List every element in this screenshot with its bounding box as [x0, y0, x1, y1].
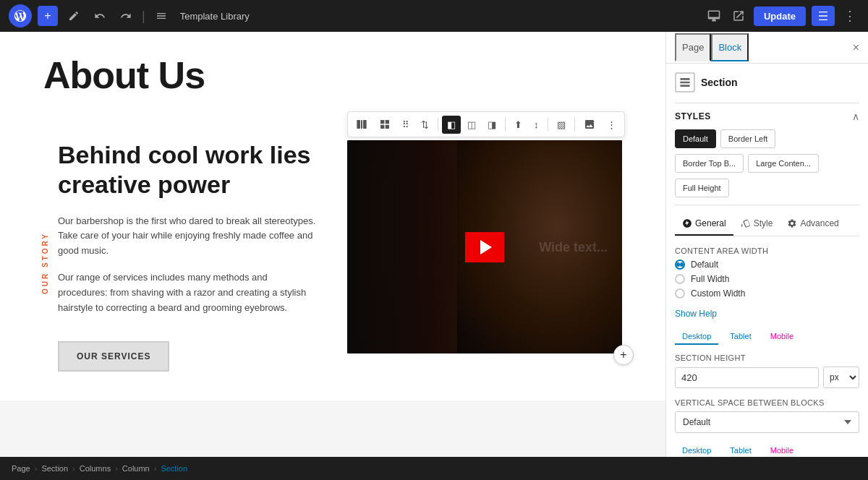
edit-button[interactable] [64, 6, 84, 26]
tab-advanced[interactable]: Advanced [780, 213, 846, 236]
bc-section-active[interactable]: Section [161, 464, 187, 473]
wordpress-icon [14, 9, 27, 22]
radio-custom-width-circle [675, 288, 685, 299]
radio-default-label: Default [691, 260, 718, 270]
style-default-button[interactable]: Default [675, 129, 716, 148]
section-height-unit-select[interactable]: px vh % [823, 367, 859, 388]
device-tab-mobile[interactable]: Mobile [763, 329, 801, 345]
bt-align-center[interactable]: ◫ [462, 116, 481, 134]
radio-default-circle [675, 260, 685, 270]
device-tabs-2: Desktop Tablet Mobile [675, 443, 859, 457]
block-toolbar-wrapper: ⠿ ⇅ ◧ ◫ ◨ ⬆ ↕ ▨ [347, 140, 622, 353]
main-toolbar: + | Template Library Update ⋮ [0, 0, 868, 32]
bc-column[interactable]: Column [122, 464, 150, 473]
add-block-button[interactable]: + [613, 345, 634, 365]
svg-rect-0 [357, 120, 360, 129]
right-panel: Page Block × Section Styles ∧ Default Bo… [665, 32, 868, 457]
right-content-column: ⠿ ⇅ ◧ ◫ ◨ ⬆ ↕ ▨ [347, 140, 622, 372]
bt-divider-4 [574, 117, 575, 132]
device-tab-tablet-2[interactable]: Tablet [723, 443, 758, 457]
bc-sep-4: › [154, 464, 157, 473]
styles-label: Styles [675, 111, 711, 121]
style-border-left-button[interactable]: Border Left [720, 129, 775, 148]
desktop-preview-button[interactable] [705, 7, 723, 25]
video-watermark: Wide text... [539, 239, 608, 254]
svg-rect-4 [680, 82, 689, 84]
radio-full-width[interactable]: Full Width [675, 274, 859, 284]
bt-grid-icon[interactable] [374, 115, 396, 134]
style-large-content-button[interactable]: Large Conten... [748, 154, 819, 173]
content-heading: Behind cool work lies creative power [58, 140, 318, 200]
radio-full-width-label: Full Width [691, 274, 729, 284]
left-content-column: Behind cool work lies creative power Our… [43, 140, 318, 372]
device-tab-desktop-2[interactable]: Desktop [675, 443, 718, 457]
bc-columns[interactable]: Columns [80, 464, 111, 473]
device-tabs: Desktop Tablet Mobile [675, 329, 859, 345]
block-toolbar: ⠿ ⇅ ◧ ◫ ◨ ⬆ ↕ ▨ [347, 111, 625, 137]
our-services-button[interactable]: OUR SERVICES [58, 341, 169, 372]
bc-section[interactable]: Section [41, 464, 68, 473]
section-height-input[interactable] [675, 367, 819, 388]
bt-arrows-updown[interactable]: ⇅ [416, 116, 434, 134]
external-link-button[interactable] [729, 7, 748, 25]
vertical-space-group: VERTICAL SPACE BETWEEN BLOCKS Default No… [675, 398, 859, 433]
redo-button[interactable] [116, 6, 136, 26]
undo-button[interactable] [90, 6, 110, 26]
style-full-height-button[interactable]: Full Height [675, 179, 729, 197]
bt-align-right[interactable]: ◨ [482, 116, 501, 134]
more-options-button[interactable]: ⋮ [841, 8, 859, 24]
template-library-title: Template Library [180, 11, 250, 22]
svg-rect-5 [680, 85, 689, 87]
our-story-label: OUR STORY [41, 232, 49, 294]
wordpress-logo[interactable] [9, 4, 32, 27]
bc-sep-1: › [35, 464, 38, 473]
bc-sep-2: › [72, 464, 75, 473]
section-height-label: SECTION HEIGHT [675, 353, 859, 362]
tools-menu-button[interactable] [151, 6, 171, 26]
radio-default[interactable]: Default [675, 260, 859, 270]
style-buttons-row-3: Full Height [675, 179, 859, 197]
bc-sep-3: › [115, 464, 118, 473]
canvas-inner: About Us OUR STORY Behind cool work lies… [0, 32, 665, 457]
bt-columns-icon[interactable] [351, 115, 373, 134]
vertical-space-select[interactable]: Default None Small Medium Large [675, 411, 859, 433]
bt-divider-1 [438, 117, 438, 132]
device-tab-desktop[interactable]: Desktop [675, 329, 718, 345]
tab-style[interactable]: Style [733, 213, 780, 236]
tab-block[interactable]: Block [711, 33, 749, 61]
add-block-toolbar-button[interactable]: + [38, 6, 58, 26]
video-container[interactable]: Wide text... [347, 140, 622, 353]
breadcrumb: Page › Section › Columns › Column › Sect… [0, 457, 868, 480]
show-help-link[interactable]: Show Help [675, 309, 859, 319]
bt-image[interactable] [579, 115, 600, 134]
main-layout: About Us OUR STORY Behind cool work lies… [0, 32, 868, 457]
bt-v-top[interactable]: ⬆ [509, 116, 527, 134]
bc-page[interactable]: Page [12, 464, 30, 473]
device-tab-mobile-2[interactable]: Mobile [763, 443, 801, 457]
bt-more[interactable]: ⋮ [602, 116, 621, 134]
panel-close-button[interactable]: × [853, 42, 859, 53]
video-play-button[interactable] [465, 232, 504, 262]
bt-divider-3 [548, 117, 548, 132]
content-para-1: Our barbershop is the first who dared to… [58, 214, 318, 259]
bt-drag-handle[interactable]: ⠿ [397, 116, 414, 134]
tab-page[interactable]: Page [675, 33, 711, 61]
bt-v-stretch[interactable]: ↕ [529, 116, 544, 134]
collapse-styles-button[interactable]: ∧ [852, 111, 859, 122]
styles-section-header: Styles ∧ [675, 111, 859, 122]
vertical-space-label: VERTICAL SPACE BETWEEN BLOCKS [675, 398, 859, 407]
bt-background[interactable]: ▨ [552, 116, 571, 134]
bt-divider-2 [505, 117, 506, 132]
style-border-top-button[interactable]: Border Top B... [675, 154, 744, 173]
radio-custom-width[interactable]: Custom Width [675, 288, 859, 299]
device-tab-tablet[interactable]: Tablet [723, 329, 758, 345]
tab-general[interactable]: General [675, 213, 733, 236]
update-button[interactable]: Update [754, 7, 806, 26]
bt-align-left[interactable]: ◧ [442, 116, 461, 134]
panel-tabs: Page Block × [666, 32, 868, 64]
canvas-area: About Us OUR STORY Behind cool work lies… [0, 32, 665, 457]
panel-section-title: Section [701, 77, 738, 88]
toolbar-separator: | [142, 9, 145, 24]
sidebar-toggle-button[interactable] [812, 6, 835, 26]
about-us-title: About Us [43, 53, 622, 97]
